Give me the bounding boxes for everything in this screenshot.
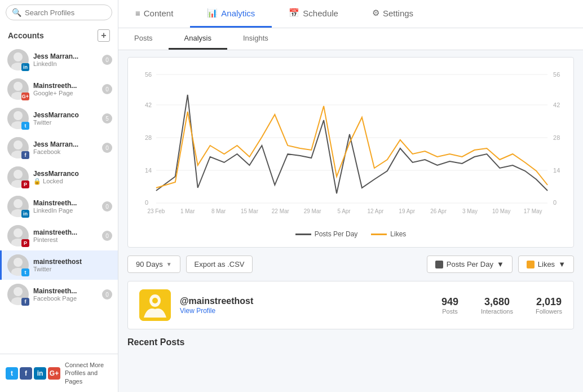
sidebar-item-mainstreet-linkedin[interactable]: in Mainstreeth... LinkedIn Page 0: [0, 192, 118, 221]
profile-name: Jess Marran...: [33, 140, 100, 148]
profile-name: JessMarranco: [33, 111, 100, 119]
notif-badge: 0: [102, 55, 112, 65]
sidebar: 🔍 Accounts + in Jess Marran... LinkedIn …: [0, 0, 118, 392]
svg-text:8 Mar: 8 Mar: [211, 208, 226, 214]
sub-nav: Posts Analysis Insights: [118, 28, 583, 50]
legend-posts: Posts Per Day: [295, 230, 358, 238]
posts-filter-button[interactable]: Posts Per Day ▼: [427, 256, 513, 273]
svg-text:15 Mar: 15 Mar: [241, 208, 259, 214]
svg-text:42: 42: [553, 102, 560, 108]
profile-type: LinkedIn: [33, 60, 100, 67]
svg-point-4: [14, 111, 23, 120]
svg-point-8: [14, 170, 23, 179]
legend-likes-label: Likes: [390, 230, 406, 238]
view-profile-link[interactable]: View Profile: [180, 307, 215, 315]
avatar-wrap: P: [7, 225, 29, 246]
svg-text:0: 0: [553, 199, 556, 206]
sidebar-item-mainstreet-twitter[interactable]: t mainstreethost Twitter: [0, 250, 118, 280]
svg-text:23 Feb: 23 Feb: [147, 208, 165, 214]
analytics-label: Analytics: [221, 8, 255, 18]
sidebar-item-mainstreet-facebook[interactable]: f Mainstreeth... Facebook Page 0: [0, 280, 118, 309]
facebook-connect-icon: f: [20, 367, 32, 380]
posts-filter-caret: ▼: [497, 260, 504, 268]
accounts-label: Accounts: [8, 31, 44, 40]
svg-text:14: 14: [553, 167, 560, 174]
connect-icons: t f in G+: [6, 367, 60, 380]
profile-info: Mainstreeth... Google+ Page: [33, 82, 100, 96]
notif-badge: 0: [102, 143, 112, 153]
search-box[interactable]: 🔍: [6, 5, 112, 20]
profile-info: Mainstreeth... Facebook Page: [33, 287, 100, 302]
add-account-button[interactable]: +: [98, 29, 110, 42]
content-area: 56 42 28 14 0 56 42 28 14 0: [118, 50, 583, 392]
profile-info: Jess Marran... Facebook: [33, 140, 100, 155]
profile-name: Mainstreeth...: [33, 82, 100, 90]
svg-text:17 May: 17 May: [524, 208, 542, 214]
accounts-header: Accounts +: [0, 25, 118, 45]
avatar-wrap: f: [7, 137, 29, 158]
export-csv-button[interactable]: Export as .CSV: [186, 256, 253, 273]
posts-label: Posts: [134, 34, 153, 42]
stat-value: 949: [441, 296, 458, 308]
profile-summary: @mainstreethost View Profile 949 Posts 3…: [127, 281, 574, 329]
svg-text:0: 0: [145, 199, 148, 206]
profile-info: @mainstreethost View Profile: [180, 296, 253, 315]
social-badge: P: [21, 180, 29, 188]
days-filter-button[interactable]: 90 Days ▼: [127, 256, 180, 273]
likes-filter-button[interactable]: Likes ▼: [518, 256, 574, 273]
connect-more-button[interactable]: t f in G+ Connect More Profiles and Page…: [0, 354, 118, 392]
settings-label: Settings: [383, 8, 413, 18]
svg-text:56: 56: [145, 71, 152, 78]
svg-point-6: [14, 140, 23, 149]
sub-tab-analysis[interactable]: Analysis: [169, 28, 227, 50]
sidebar-item-mainstreet-pinterest[interactable]: P mainstreeth... Pinterest 0: [0, 221, 118, 250]
tab-schedule[interactable]: 📅 Schedule: [272, 0, 355, 28]
connect-more-sub: Profiles and Pages: [65, 369, 98, 384]
svg-text:10 May: 10 May: [492, 208, 511, 214]
sidebar-item-mainstreet-gplus[interactable]: G+ Mainstreeth... Google+ Page 0: [0, 74, 118, 104]
tab-analytics[interactable]: 📊 Analytics: [190, 0, 272, 28]
search-input[interactable]: [25, 8, 106, 17]
profile-info: Jess Marran... LinkedIn: [33, 52, 100, 67]
svg-text:5 Apr: 5 Apr: [337, 208, 351, 214]
profile-name: Mainstreeth...: [33, 199, 100, 207]
connect-more-text: Connect More Profiles and Pages: [65, 361, 112, 385]
svg-text:28: 28: [145, 134, 152, 141]
likes-swatch: [527, 261, 535, 268]
sub-tab-posts[interactable]: Posts: [118, 28, 169, 50]
avatar-wrap: t: [7, 108, 29, 129]
chart-container: 56 42 28 14 0 56 42 28 14 0: [127, 57, 574, 248]
content-icon: ≡: [135, 8, 140, 18]
profile-list: in Jess Marran... LinkedIn 0 G+ Mainstre…: [0, 45, 118, 354]
likes-filter-label: Likes: [538, 260, 555, 268]
sidebar-item-jess-linkedin[interactable]: in Jess Marran... LinkedIn 0: [0, 45, 118, 74]
sidebar-item-jess-pinterest[interactable]: P JessMarranco 🔒 Locked: [0, 162, 118, 192]
tab-settings[interactable]: ⚙ Settings: [355, 0, 430, 28]
avatar-wrap: P: [7, 166, 29, 188]
sidebar-item-jess-twitter[interactable]: t JessMarranco Twitter 5: [0, 104, 118, 133]
svg-text:29 Mar: 29 Mar: [304, 208, 322, 214]
tab-content[interactable]: ≡ Content: [118, 0, 190, 28]
svg-text:19 Apr: 19 Apr: [399, 208, 415, 214]
svg-text:3 May: 3 May: [462, 208, 478, 214]
svg-point-10: [14, 199, 23, 208]
social-badge: f: [21, 151, 29, 159]
stat-item-posts: 949 Posts: [441, 296, 458, 315]
analysis-label: Analysis: [184, 34, 211, 42]
stat-item-interactions: 3,680 Interactions: [481, 296, 513, 315]
profile-name: mainstreeth...: [33, 228, 100, 236]
profile-name: Jess Marran...: [33, 52, 100, 60]
twitter-connect-icon: t: [6, 367, 18, 380]
chart-legend: Posts Per Day Likes: [137, 230, 564, 238]
profile-name: JessMarranco: [33, 170, 112, 178]
profile-type: Pinterest: [33, 236, 100, 243]
recent-posts-section: Recent Posts: [127, 337, 574, 347]
settings-icon: ⚙: [372, 8, 379, 18]
profile-type: Facebook: [33, 148, 100, 155]
posts-swatch: [435, 261, 443, 268]
profile-type: Facebook Page: [33, 295, 100, 302]
profile-info: JessMarranco 🔒 Locked: [33, 170, 112, 185]
sub-tab-insights[interactable]: Insights: [227, 28, 284, 50]
sidebar-item-jess-facebook[interactable]: f Jess Marran... Facebook 0: [0, 133, 118, 162]
svg-point-16: [14, 287, 23, 296]
